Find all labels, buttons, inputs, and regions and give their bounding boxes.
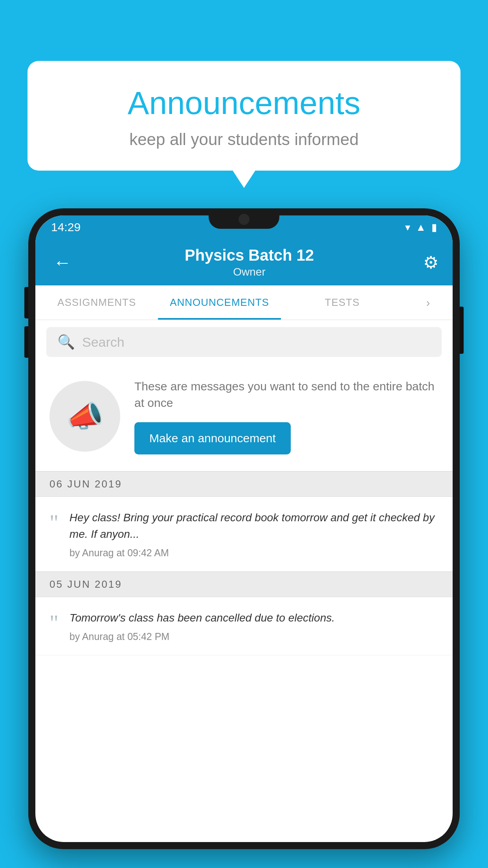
date-separator-2: 05 JUN 2019 bbox=[35, 572, 453, 597]
announcement-item-1: " Hey class! Bring your practical record… bbox=[35, 497, 453, 572]
status-icons: ▾ ▲ ▮ bbox=[405, 221, 437, 234]
make-announcement-button[interactable]: Make an announcement bbox=[134, 422, 291, 454]
tab-tests[interactable]: TESTS bbox=[281, 285, 404, 320]
app-bar-subtitle: Owner bbox=[75, 266, 423, 278]
tab-assignments[interactable]: ASSIGNMENTS bbox=[35, 285, 158, 320]
date-separator-1: 06 JUN 2019 bbox=[35, 471, 453, 497]
announcement-body-1: Hey class! Bring your practical record b… bbox=[70, 509, 438, 559]
settings-button[interactable]: ⚙ bbox=[423, 252, 438, 272]
volume-button-up bbox=[24, 287, 28, 318]
battery-icon: ▮ bbox=[431, 221, 437, 234]
announcement-meta-2: by Anurag at 05:42 PM bbox=[70, 631, 438, 642]
promo-section: 📣 These are messages you want to send to… bbox=[35, 364, 453, 471]
promo-right: These are messages you want to send to t… bbox=[134, 378, 438, 454]
back-button[interactable]: ← bbox=[50, 248, 75, 277]
search-bar[interactable]: 🔍 Search bbox=[46, 327, 442, 357]
announcement-body-2: Tomorrow's class has been cancelled due … bbox=[70, 610, 438, 642]
tabs-bar: ASSIGNMENTS ANNOUNCEMENTS TESTS › bbox=[35, 285, 453, 320]
app-bar-title-wrap: Physics Batch 12 Owner bbox=[75, 246, 423, 278]
announcement-text-2: Tomorrow's class has been cancelled due … bbox=[70, 610, 438, 626]
power-button bbox=[460, 307, 464, 354]
promo-icon-circle: 📣 bbox=[50, 381, 120, 452]
search-icon: 🔍 bbox=[57, 334, 75, 350]
speech-bubble: Announcements keep all your students inf… bbox=[28, 61, 460, 171]
announcement-text-1: Hey class! Bring your practical record b… bbox=[70, 509, 438, 542]
phone-notch bbox=[209, 208, 279, 229]
signal-icon: ▲ bbox=[416, 221, 426, 234]
phone-outer: 14:29 ▾ ▲ ▮ ← Physics Batch 12 Owner ⚙ bbox=[28, 208, 460, 849]
speech-bubble-section: Announcements keep all your students inf… bbox=[28, 61, 460, 171]
wifi-icon: ▾ bbox=[405, 221, 410, 234]
phone-screen: 14:29 ▾ ▲ ▮ ← Physics Batch 12 Owner ⚙ bbox=[35, 215, 453, 842]
app-bar: ← Physics Batch 12 Owner ⚙ bbox=[35, 239, 453, 285]
quote-icon-1: " bbox=[50, 512, 59, 559]
bubble-subtitle: keep all your students informed bbox=[55, 130, 433, 149]
bubble-title: Announcements bbox=[55, 85, 433, 121]
tab-more[interactable]: › bbox=[404, 285, 453, 320]
megaphone-icon: 📣 bbox=[66, 399, 104, 434]
search-bar-wrap: 🔍 Search bbox=[35, 320, 453, 364]
screen-content: 🔍 Search 📣 These are messages you want t… bbox=[35, 320, 453, 655]
volume-button-down bbox=[24, 326, 28, 358]
phone-mockup: 14:29 ▾ ▲ ▮ ← Physics Batch 12 Owner ⚙ bbox=[28, 208, 460, 868]
quote-icon-2: " bbox=[50, 612, 59, 642]
front-camera bbox=[238, 214, 250, 225]
promo-description: These are messages you want to send to t… bbox=[134, 378, 438, 411]
app-bar-title: Physics Batch 12 bbox=[75, 246, 423, 264]
status-time: 14:29 bbox=[51, 221, 81, 234]
tab-announcements[interactable]: ANNOUNCEMENTS bbox=[158, 285, 281, 320]
search-input[interactable]: Search bbox=[82, 335, 125, 350]
announcement-item-2: " Tomorrow's class has been cancelled du… bbox=[35, 597, 453, 655]
announcement-meta-1: by Anurag at 09:42 AM bbox=[70, 547, 438, 559]
